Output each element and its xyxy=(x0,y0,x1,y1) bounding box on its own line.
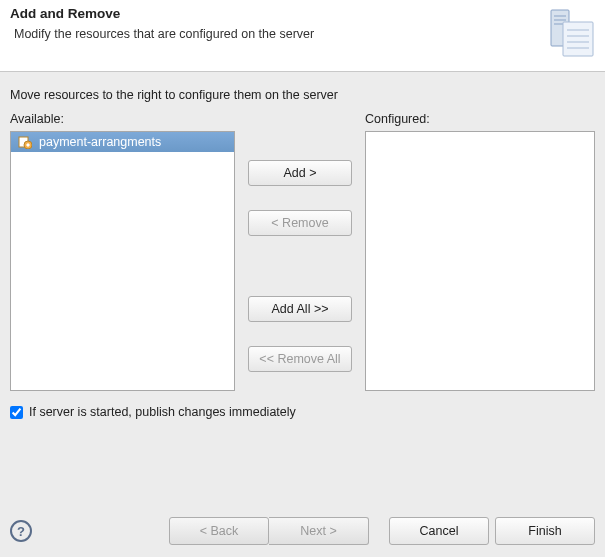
available-list[interactable]: payment-arrangments xyxy=(10,131,235,391)
next-button[interactable]: Next > xyxy=(269,517,369,545)
dialog-footer: ? < Back Next > Cancel Finish xyxy=(0,505,605,557)
configured-label: Configured: xyxy=(365,112,595,126)
add-button[interactable]: Add > xyxy=(248,160,352,186)
dialog-body: Move resources to the right to configure… xyxy=(0,72,605,419)
list-item-label: payment-arrangments xyxy=(39,135,161,149)
finish-button[interactable]: Finish xyxy=(495,517,595,545)
publish-checkbox[interactable] xyxy=(10,406,23,419)
module-icon xyxy=(17,134,33,150)
back-button[interactable]: < Back xyxy=(169,517,269,545)
svg-rect-4 xyxy=(563,22,593,56)
dialog-header: Add and Remove Modify the resources that… xyxy=(0,0,605,72)
configured-list[interactable] xyxy=(365,131,595,391)
available-label: Available: xyxy=(10,112,235,126)
cancel-button[interactable]: Cancel xyxy=(389,517,489,545)
remove-button[interactable]: < Remove xyxy=(248,210,352,236)
dialog-subtitle: Modify the resources that are configured… xyxy=(14,27,595,41)
list-item[interactable]: payment-arrangments xyxy=(11,132,234,152)
server-icon xyxy=(547,6,597,60)
dialog-title: Add and Remove xyxy=(10,6,595,21)
publish-checkbox-label: If server is started, publish changes im… xyxy=(29,405,296,419)
remove-all-button[interactable]: << Remove All xyxy=(248,346,352,372)
help-button[interactable]: ? xyxy=(10,520,32,542)
instruction-text: Move resources to the right to configure… xyxy=(10,88,595,102)
add-all-button[interactable]: Add All >> xyxy=(248,296,352,322)
